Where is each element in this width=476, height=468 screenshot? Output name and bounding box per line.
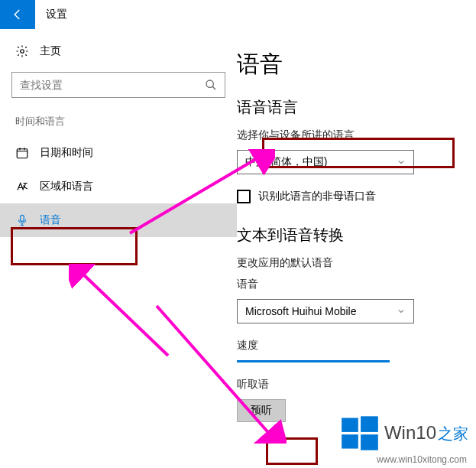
dropdown-value: Microsoft Huihui Mobile [245,305,357,317]
speech-language-dropdown[interactable]: 中文(简体，中国) [237,150,414,174]
checkbox-label: 识别此语言的非母语口音 [258,190,376,203]
preview-button-label: 预听 [251,404,272,418]
gear-icon [15,44,29,58]
page-title: 语音 [237,49,462,80]
sidebar-item-label: 语音 [40,213,61,227]
voice-dropdown[interactable]: Microsoft Huihui Mobile [237,299,414,323]
svg-rect-9 [342,434,358,448]
sidebar: 主页 时间和语言 日期和时间 区域和语言 语音 [0,29,237,468]
watermark-suffix: 之家 [438,424,468,444]
clock-icon [15,146,29,160]
watermark: Win10 之家 [340,413,468,453]
svg-point-1 [206,80,213,87]
watermark-url: www.win10xitong.com [377,454,467,465]
sidebar-item-datetime[interactable]: 日期和时间 [0,136,237,170]
search-input[interactable] [20,79,188,91]
checkbox-box [237,190,251,203]
sidebar-item-label: 区域和语言 [40,180,93,193]
tts-desc: 更改应用的默认语音 [237,256,462,270]
sidebar-home-label: 主页 [40,44,61,58]
section-tts-heading: 文本到语音转换 [237,225,462,245]
sidebar-item-region[interactable]: 区域和语言 [0,170,237,203]
search-icon [205,79,217,91]
arrow-left-icon [11,8,24,21]
sidebar-group-label: 时间和语言 [0,115,237,136]
non-native-accent-checkbox[interactable]: 识别此语言的非母语口音 [237,190,462,203]
content-pane: 语音 语音语言 选择你与设备所讲的语言 中文(简体，中国) 识别此语言的非母语口… [237,29,476,468]
voice-label: 语音 [237,278,462,291]
slider-track [237,360,390,362]
back-button[interactable] [0,0,35,29]
window-title: 设置 [35,0,67,29]
svg-point-0 [21,50,24,54]
preview-button[interactable]: 预听 [237,399,286,422]
chevron-down-icon [397,307,406,316]
chevron-down-icon [397,158,406,167]
search-input-wrap[interactable] [11,72,225,98]
windows-logo-icon [340,413,380,453]
language-icon [15,180,29,193]
sidebar-item-label: 日期和时间 [40,146,93,160]
microphone-icon [15,213,29,227]
speed-slider[interactable] [237,360,390,362]
svg-rect-2 [17,149,28,158]
speech-language-desc: 选择你与设备所讲的语言 [237,128,462,142]
preview-heading: 听取语 [237,378,462,392]
svg-rect-8 [361,416,378,432]
sidebar-item-speech[interactable]: 语音 [0,203,237,237]
svg-rect-7 [342,418,358,432]
sidebar-home[interactable]: 主页 [0,43,237,72]
svg-rect-10 [361,434,378,450]
section-speech-language-heading: 语音语言 [237,97,462,118]
svg-rect-3 [21,215,24,221]
speed-label: 速度 [237,339,462,353]
dropdown-value: 中文(简体，中国) [245,155,327,169]
watermark-brand: Win10 [384,422,436,444]
